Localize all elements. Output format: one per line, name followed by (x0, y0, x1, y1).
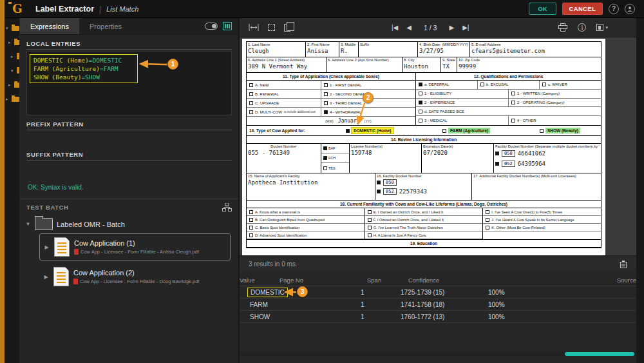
tree-node[interactable]: ▸ (8, 40, 20, 45)
table-row[interactable]: SHOW 1 1760-1772 (13) 100% (240, 311, 636, 323)
batch-item-selected[interactable]: Cow Application (1) Cow App - Licensee -… (39, 233, 231, 260)
form-checkbox[interactable]: 2 - OPERATING (Category) (509, 99, 601, 107)
node-tree-rail[interactable]: ▾ ▸ ▸ ▾ ▸ ▸ (5, 18, 20, 363)
table-row[interactable]: FARM 1 1741-1758 (18) 100% (240, 299, 636, 311)
expand-caret-icon[interactable] (43, 274, 49, 280)
form-checkbox[interactable]: A. Know what a mammal is (247, 208, 365, 216)
form-checkbox[interactable]: d. DATE PASSED BCE (416, 107, 601, 115)
tree-node[interactable]: ▾ (6, 26, 19, 31)
form-checkbox[interactable]: I. I've Seen A Cow One(1) to Five(5) Tim… (483, 208, 601, 216)
entry-line[interactable]: DOMESTIC (Home)=DOMESTIC (33, 56, 134, 64)
chevron-right-icon[interactable]: ▸ (6, 97, 10, 102)
form-checkbox[interactable]: 1 - FIRST DENIAL (321, 81, 415, 90)
form-checkbox[interactable]: 2 - SECOND DENIAL (321, 90, 415, 99)
form-checkbox[interactable]: 4 - OTHER (509, 116, 601, 125)
info-icon[interactable]: i (578, 23, 586, 32)
chevron-right-icon[interactable]: ▸ (8, 40, 13, 45)
last-page-button[interactable]: ▶| (462, 24, 469, 31)
form-checkbox[interactable]: 1 - ELIGIBILITY (416, 90, 509, 98)
form-checkbox[interactable]: C. Basic Spot Identification (247, 224, 365, 231)
field-label: Docket Number (248, 144, 319, 148)
chevron-right-icon[interactable]: ▸ (8, 83, 13, 88)
tab-expressions[interactable]: Expressions (20, 18, 79, 34)
document-viewer[interactable]: 1. Last Name Cleugh 2. First Name Anissa… (240, 37, 636, 255)
column-header[interactable]: Confidence (408, 277, 617, 284)
view-options-icon[interactable]: ▾ (596, 24, 608, 31)
batch-item[interactable]: Cow Application (2) Cow App - Licensee -… (39, 264, 231, 289)
tab-properties[interactable]: Properties (79, 18, 132, 34)
sitemap-icon[interactable] (222, 203, 232, 211)
facility-docket-row[interactable]: 050 46641062 (495, 148, 600, 159)
form-checkbox[interactable]: D. MULTI-COW to include additional cow (247, 108, 321, 117)
tree-node[interactable]: ▸ (8, 83, 20, 88)
form-checkbox[interactable]: 3 - THIRD DENIAL (321, 99, 415, 108)
table-row[interactable]: DOMESTIC 1 1725-1739 (15) 100% (240, 286, 636, 299)
first-page-button[interactable]: |◀ (392, 24, 398, 31)
checkbox-label: BAF (328, 146, 336, 150)
form-checkbox[interactable]: G. I've Learned The Truth About Ostriche… (365, 224, 483, 231)
form-checkbox[interactable]: B. RENEWAL (247, 90, 321, 99)
form-checkbox[interactable]: C. UPGRADE (247, 99, 321, 108)
form-checkbox[interactable]: 1 - WRITTEN (Category) (509, 90, 601, 98)
form-checkbox[interactable]: a. DEFERRAL (416, 81, 478, 89)
column-header[interactable]: Page No (279, 277, 367, 284)
collapse-caret-icon[interactable] (25, 221, 31, 227)
cancel-button[interactable]: CANCEL (562, 3, 603, 15)
form-checkbox[interactable]: E. I Owned an Ostrich Once, and I Liked … (365, 208, 483, 216)
facility-docket-row[interactable]: 052 22579343 (377, 187, 470, 196)
tree-node[interactable]: ▸ (11, 54, 20, 59)
cow-type-option[interactable]: FARM (Agriculture) (442, 128, 490, 133)
form-checkbox[interactable]: K. Other (Must Be Cow-Related) (483, 224, 601, 231)
column-header[interactable]: Source (617, 277, 636, 284)
toggle-switch-icon[interactable] (205, 23, 218, 30)
license-type-option[interactable]: TBS (321, 163, 349, 173)
user-icon[interactable] (625, 4, 635, 14)
entry-line[interactable]: FARM (Agriculture)=FARM (33, 64, 134, 73)
chevron-down-icon[interactable]: ▾ (6, 26, 10, 31)
pages-icon[interactable] (284, 24, 290, 32)
form-checkbox[interactable]: 3 - MEDICAL (416, 116, 509, 125)
horizontal-scrollbar-thumb[interactable] (565, 352, 634, 356)
tree-node[interactable]: ▸ (6, 97, 19, 102)
batch-root-node[interactable]: Labeled OMR - Batch (25, 218, 233, 230)
form-checkbox[interactable]: B. Can Distinguish Biped from Quadruped (247, 216, 365, 224)
form-checkbox[interactable]: 4 - WITHDRAWAL (321, 108, 415, 117)
field-label: 15. Name of Applicant's Facility (248, 174, 374, 178)
ok-button[interactable]: OK (529, 3, 556, 15)
docket-prefix: 052 (502, 161, 515, 167)
facility-docket-row[interactable]: 052 64395964 (495, 159, 600, 169)
section-12-row: 2 - EXPERIENCE 2 - OPERATING (Category) (416, 99, 601, 108)
column-header[interactable]: Value (240, 277, 279, 284)
form-checkbox[interactable]: H. A Llama Is Just A Fancy Cow (365, 231, 483, 239)
form-checkbox[interactable]: F. I Owned an Ostrich Once, and I Hated … (365, 216, 483, 224)
cow-type-option[interactable]: DOMESTIC (Home) (346, 128, 393, 133)
expand-caret-icon[interactable] (44, 244, 50, 250)
select-region-icon[interactable] (268, 24, 275, 31)
form-checkbox[interactable]: 2 - EXPERIENCE (416, 99, 509, 107)
cow-type-option[interactable]: SHOW (Beauty) (540, 128, 580, 133)
form-checkbox[interactable]: A. NEW (247, 81, 321, 90)
next-page-button[interactable]: ▶ (449, 24, 454, 31)
print-icon[interactable] (558, 23, 567, 32)
license-type-option[interactable]: FCH (321, 153, 349, 163)
license-type-option[interactable]: BAF (321, 144, 349, 153)
column-header[interactable]: Span (367, 277, 408, 284)
prev-page-button[interactable]: ◀ (406, 24, 412, 31)
clear-results-icon[interactable] (620, 260, 627, 268)
suffix-pattern-editor[interactable] (20, 162, 238, 181)
local-entries-editor[interactable]: DOMESTIC (Home)=DOMESTIC FARM (Agricultu… (26, 51, 232, 115)
form-checkbox[interactable]: b. EXCUSAL (478, 81, 540, 89)
facility-docket-row[interactable]: 050 (377, 178, 470, 187)
chevron-down-icon[interactable]: ▾ (11, 68, 15, 74)
form-checkbox[interactable]: D. Advanced Spot Identification (247, 231, 365, 239)
fit-width-icon[interactable] (249, 24, 259, 31)
entry-line[interactable]: SHOW (Beauty)=SHOW (33, 73, 134, 81)
help-icon[interactable]: ? (609, 4, 619, 14)
pattern-editor-icon[interactable] (223, 22, 232, 30)
tree-node[interactable]: ▾ (11, 68, 20, 74)
test-batch-header: TEST BATCH (26, 203, 232, 211)
form-checkbox[interactable]: J. I've Heard A Cow Speak In Its Secret … (483, 216, 601, 224)
form-checkbox[interactable]: c. WAIVER (540, 81, 601, 89)
prefix-pattern-editor[interactable] (20, 132, 238, 146)
chevron-right-icon[interactable]: ▸ (11, 54, 15, 59)
